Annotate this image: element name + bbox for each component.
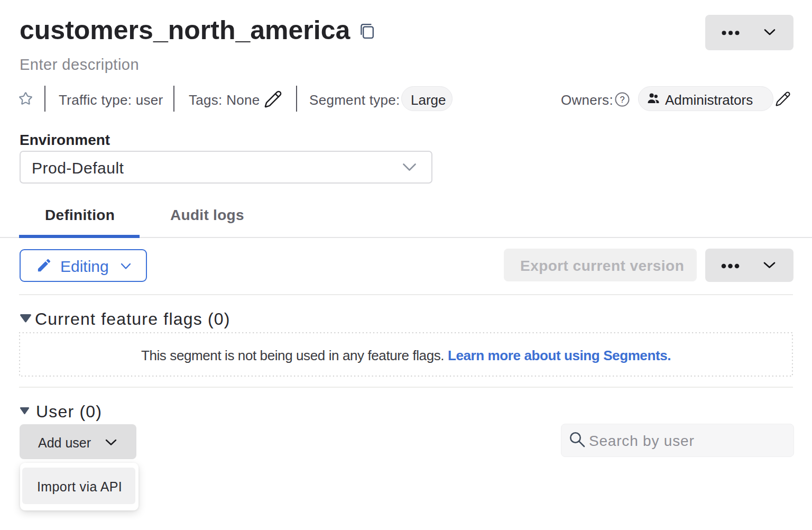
svg-text:?: ?: [620, 95, 624, 104]
